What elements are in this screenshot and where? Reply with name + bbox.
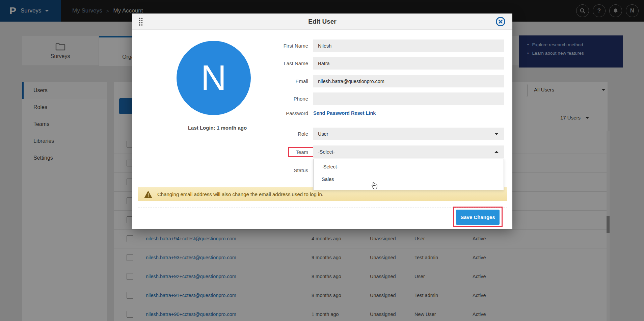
- footer-divider: [138, 208, 507, 208]
- edit-user-modal: Edit User N Last Login: 1 month ago Firs…: [132, 14, 512, 229]
- team-option-select[interactable]: -Select-: [322, 164, 339, 169]
- role-value: User: [318, 131, 328, 137]
- user-avatar-large: N: [177, 41, 251, 115]
- team-option-sales[interactable]: Sales: [322, 177, 334, 182]
- email-field[interactable]: [313, 75, 504, 87]
- phone-label: Phone: [254, 96, 308, 102]
- role-select[interactable]: User: [313, 128, 504, 140]
- first-name-label: First Name: [254, 43, 308, 49]
- first-name-field[interactable]: [313, 39, 504, 52]
- email-label: Email: [254, 78, 308, 84]
- team-value: -Select-: [318, 149, 335, 155]
- app-root: P Surveys My Surveys > My Account ? N Su…: [0, 0, 644, 321]
- team-select[interactable]: -Select-: [313, 145, 504, 158]
- last-name-field[interactable]: [313, 57, 504, 70]
- save-changes-button[interactable]: Save Changes: [456, 210, 500, 225]
- chevron-up-icon: [494, 151, 499, 153]
- warning-triangle-icon: [144, 190, 153, 198]
- warning-text: Changing email address will also change …: [157, 191, 323, 197]
- password-label: Password: [254, 110, 308, 116]
- role-label: Role: [254, 131, 308, 137]
- send-password-reset-link[interactable]: Send Password Reset Link: [313, 110, 376, 116]
- chevron-down-icon: [494, 133, 499, 135]
- team-label-annotation-box: [288, 147, 314, 157]
- last-login-text: Last Login: 1 month ago: [143, 125, 292, 131]
- hand-pointer-cursor: [370, 181, 378, 191]
- modal-header: Edit User: [132, 14, 512, 30]
- last-name-label: Last Name: [254, 60, 308, 66]
- close-icon[interactable]: [495, 17, 506, 27]
- team-dropdown-menu: -Select- Sales: [313, 159, 504, 190]
- modal-title: Edit User: [132, 18, 512, 25]
- phone-field[interactable]: [313, 92, 504, 105]
- status-label: Status: [254, 167, 308, 173]
